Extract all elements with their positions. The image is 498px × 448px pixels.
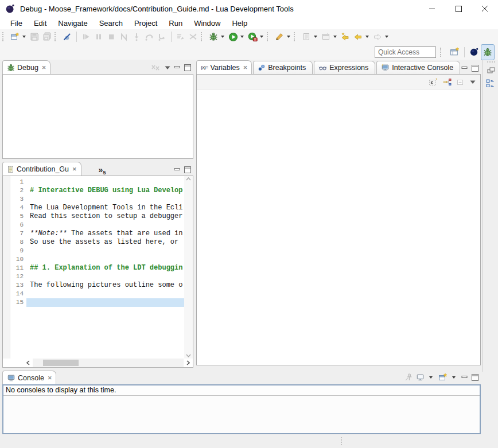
show-logical-structure-icon[interactable]: [442, 77, 452, 87]
last-edit-location-icon[interactable]: [339, 30, 352, 43]
scroll-left-icon[interactable]: [24, 359, 33, 367]
maximize-view-icon[interactable]: [472, 374, 478, 381]
skip-all-breakpoints-icon[interactable]: [61, 30, 73, 43]
toolbar-grip[interactable]: [440, 48, 444, 57]
quick-access-input[interactable]: [375, 46, 436, 58]
debug-dropdown-icon[interactable]: [221, 36, 224, 38]
run-icon[interactable]: [227, 30, 239, 43]
window-close-icon[interactable]: [472, 0, 498, 17]
window-title: Debug - Moose_Framework/docs/Contributio…: [20, 5, 294, 13]
run-coverage-dropdown-icon[interactable]: [260, 36, 263, 38]
close-icon[interactable]: ✕: [42, 65, 46, 71]
tab-debug[interactable]: Debug ✕: [2, 60, 50, 74]
debug-view-content[interactable]: [2, 74, 193, 159]
vertical-scrollbar[interactable]: [184, 176, 193, 359]
menu-run[interactable]: Run: [163, 18, 188, 29]
menu-search[interactable]: Search: [94, 18, 129, 29]
console-content[interactable]: No consoles to display at this time.: [2, 384, 481, 434]
terminate-icon[interactable]: [105, 30, 118, 43]
forward-dropdown-icon[interactable]: [385, 36, 388, 38]
tab-contribution-guide[interactable]: Contribution_Gu ✕: [2, 162, 81, 176]
forward-icon[interactable]: [371, 30, 384, 43]
lua-perspective-icon[interactable]: [468, 45, 481, 60]
back-icon[interactable]: [352, 30, 364, 43]
open-element-icon[interactable]: [320, 30, 332, 43]
open-console-dropdown-icon[interactable]: [452, 376, 456, 379]
tab-breakpoints[interactable]: Breakpoints: [253, 61, 313, 74]
menu-window[interactable]: Window: [188, 18, 226, 29]
close-icon[interactable]: ✕: [243, 65, 248, 71]
show-type-names-icon[interactable]: [429, 77, 438, 87]
step-over-icon[interactable]: [143, 30, 155, 43]
tab-interactive-console[interactable]: Interactive Console: [376, 61, 460, 74]
external-tools-dropdown-icon[interactable]: [287, 36, 290, 38]
use-step-filters-icon[interactable]: [174, 30, 187, 43]
status-drag-handle[interactable]: [341, 437, 342, 445]
menu-edit[interactable]: Edit: [28, 18, 52, 29]
open-element-dropdown-icon[interactable]: [333, 36, 337, 38]
editor-text-area[interactable]: 1 2# Interactive DEBUG using Lua Develop…: [10, 176, 184, 359]
open-console-icon[interactable]: [438, 373, 448, 382]
view-menu-icon[interactable]: [165, 65, 170, 70]
horizontal-scrollbar[interactable]: [3, 359, 193, 367]
menu-project[interactable]: Project: [129, 18, 163, 29]
scrollbar-thumb[interactable]: [43, 360, 79, 366]
save-icon[interactable]: [28, 30, 41, 43]
disconnect-icon[interactable]: [118, 30, 130, 43]
close-icon[interactable]: ✕: [72, 166, 77, 172]
back-dropdown-icon[interactable]: [365, 36, 369, 38]
new-wizard-icon[interactable]: [9, 30, 21, 43]
menu-navigate[interactable]: Navigate: [52, 18, 93, 29]
run-dropdown-icon[interactable]: [240, 36, 244, 38]
maximize-view-icon[interactable]: [184, 64, 191, 71]
tab-expressions[interactable]: Expressions: [314, 61, 375, 74]
open-perspective-icon[interactable]: [448, 45, 461, 60]
new-wizard-dropdown-icon[interactable]: [22, 36, 26, 38]
scroll-up-icon[interactable]: [186, 177, 191, 181]
pin-console-icon[interactable]: [403, 373, 413, 382]
new-document-dropdown-icon[interactable]: [314, 36, 317, 38]
save-all-icon[interactable]: [41, 30, 53, 43]
close-icon[interactable]: ✕: [48, 375, 52, 381]
toolbar-grip[interactable]: [2, 32, 6, 41]
toolbar-grip[interactable]: [201, 32, 205, 41]
maximize-view-icon[interactable]: [472, 65, 478, 72]
external-tools-icon[interactable]: [273, 30, 286, 43]
collapse-all-icon[interactable]: [456, 77, 465, 87]
minimize-view-icon[interactable]: [461, 375, 468, 381]
menu-help[interactable]: Help: [226, 18, 253, 29]
step-return-icon[interactable]: [155, 30, 168, 43]
step-into-icon[interactable]: [130, 30, 143, 43]
debug-perspective-icon[interactable]: [481, 44, 495, 60]
edit-step-filters-icon[interactable]: [187, 30, 200, 43]
minimize-view-icon[interactable]: [174, 65, 181, 71]
view-menu-icon[interactable]: [470, 80, 476, 84]
tab-console[interactable]: Console ✕: [2, 371, 56, 384]
toolbar-grip[interactable]: [55, 32, 59, 41]
scroll-down-icon[interactable]: [186, 354, 191, 357]
window-maximize-icon[interactable]: [445, 0, 472, 17]
toolbar-grip[interactable]: [294, 32, 298, 41]
display-console-dropdown-icon[interactable]: [429, 376, 433, 379]
window-minimize-icon[interactable]: [419, 0, 445, 17]
tab-variables[interactable]: (x)= Variables ✕: [196, 60, 252, 74]
interactive-console-icon: [381, 64, 390, 72]
restore-view-icon[interactable]: [487, 67, 496, 75]
menu-file[interactable]: File: [5, 18, 28, 29]
remove-all-terminated-icon[interactable]: [151, 64, 161, 72]
run-with-coverage-icon[interactable]: [246, 30, 259, 43]
minimize-view-icon[interactable]: [461, 65, 468, 72]
strip-drag-handle[interactable]: [487, 61, 495, 63]
resume-icon[interactable]: [80, 30, 92, 43]
minimize-view-icon[interactable]: [174, 167, 181, 173]
new-document-icon[interactable]: [300, 30, 313, 43]
display-selected-console-icon[interactable]: [416, 373, 425, 381]
annotation-ruler: [3, 176, 10, 359]
suspend-icon[interactable]: [92, 30, 105, 43]
debug-icon[interactable]: [207, 30, 220, 43]
outline-view-icon[interactable]: [486, 79, 496, 88]
maximize-view-icon[interactable]: [184, 166, 191, 173]
scroll-right-icon[interactable]: [184, 359, 193, 367]
toolbar-grip[interactable]: [267, 32, 271, 41]
hidden-editors-chevron[interactable]: »5: [99, 166, 106, 176]
